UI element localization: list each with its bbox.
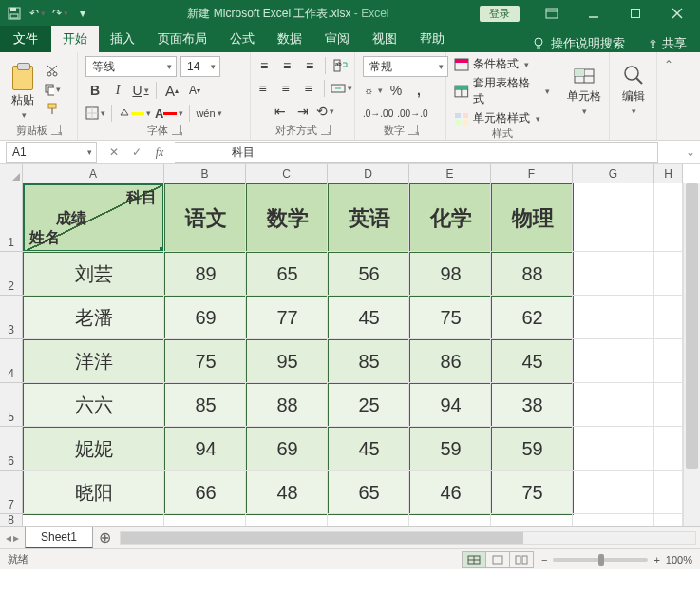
tab-layout[interactable]: 页面布局 xyxy=(146,26,218,52)
cut-icon[interactable] xyxy=(44,63,61,78)
ribbon-options-icon[interactable] xyxy=(531,0,573,27)
zoom-level[interactable]: 100% xyxy=(666,554,692,566)
dialog-launcher-icon[interactable] xyxy=(51,125,61,135)
enter-icon[interactable]: ✓ xyxy=(125,142,148,163)
align-center-icon[interactable]: ≡ xyxy=(276,79,295,98)
undo-icon[interactable]: ↶▾ xyxy=(28,5,46,22)
worksheet[interactable]: ABCDEFGH 12345678 科目成绩姓名语文数学英语化学物理刘芸8965… xyxy=(0,164,700,526)
fx-icon[interactable]: fx xyxy=(148,142,171,163)
score-cell[interactable]: 69 xyxy=(247,428,329,471)
zoom-out-button[interactable]: − xyxy=(541,554,547,566)
dialog-launcher-icon[interactable] xyxy=(408,125,418,135)
decrease-decimal-icon[interactable]: .00→.0 xyxy=(397,104,427,123)
score-cell[interactable]: 94 xyxy=(410,384,492,428)
login-button[interactable]: 登录 xyxy=(480,6,520,22)
cell-styles-button[interactable]: 单元格样式▾ xyxy=(454,110,540,126)
score-cell[interactable]: 59 xyxy=(492,428,574,471)
subject-header[interactable]: 化学 xyxy=(410,184,492,253)
row-header[interactable]: 5 xyxy=(0,383,22,427)
fill-color-button[interactable]: ▾ xyxy=(118,104,151,123)
dialog-launcher-icon[interactable] xyxy=(321,125,331,135)
score-cell[interactable]: 62 xyxy=(492,297,574,340)
align-bottom-icon[interactable]: ≡ xyxy=(300,56,319,75)
close-icon[interactable] xyxy=(656,0,698,27)
score-cell[interactable]: 85 xyxy=(329,340,410,384)
score-cell[interactable]: 75 xyxy=(410,297,492,340)
name-cell[interactable]: 洋洋 xyxy=(24,340,165,384)
tab-scroll-right-icon[interactable]: ▸ xyxy=(13,531,19,545)
score-cell[interactable]: 95 xyxy=(247,340,329,384)
conditional-format-button[interactable]: 条件格式▾ xyxy=(454,56,529,72)
subject-header[interactable]: 数学 xyxy=(247,184,329,253)
row-header[interactable]: 7 xyxy=(0,471,22,514)
tab-file[interactable]: 文件 xyxy=(0,26,51,52)
row-header[interactable]: 1 xyxy=(0,183,22,252)
score-cell[interactable]: 89 xyxy=(165,253,247,297)
row-header[interactable]: 6 xyxy=(0,427,22,471)
editing-menu[interactable]: 编辑▾ xyxy=(622,64,645,116)
save-icon[interactable] xyxy=(6,5,23,22)
underline-button[interactable]: U▾ xyxy=(131,81,150,100)
formula-input[interactable]: 科目 xyxy=(175,142,658,163)
comma-button[interactable]: , xyxy=(409,81,428,100)
format-painter-icon[interactable] xyxy=(44,101,61,116)
borders-button[interactable]: ▾ xyxy=(85,104,105,123)
score-cell[interactable]: 66 xyxy=(165,471,247,515)
share-button[interactable]: ⇪共享 xyxy=(634,35,700,52)
score-cell[interactable]: 38 xyxy=(492,384,574,428)
score-cell[interactable]: 85 xyxy=(165,384,247,428)
score-cell[interactable]: 75 xyxy=(165,340,247,384)
cancel-icon[interactable]: ✕ xyxy=(103,142,125,163)
copy-icon[interactable]: ▾ xyxy=(44,82,61,97)
tab-help[interactable]: 帮助 xyxy=(408,26,456,52)
increase-font-icon[interactable]: A▴ xyxy=(162,81,181,100)
tab-review[interactable]: 审阅 xyxy=(313,26,361,52)
italic-button[interactable]: I xyxy=(108,81,127,100)
score-cell[interactable]: 46 xyxy=(410,471,492,515)
vertical-scrollbar[interactable] xyxy=(683,183,700,526)
score-cell[interactable]: 45 xyxy=(329,297,410,340)
collapse-ribbon-icon[interactable]: ⌃ xyxy=(657,52,680,140)
row-header[interactable]: 4 xyxy=(0,339,22,383)
increase-decimal-icon[interactable]: .0→.00 xyxy=(363,104,393,123)
align-top-icon[interactable]: ≡ xyxy=(255,56,274,75)
sheet-tab[interactable]: Sheet1 xyxy=(25,527,93,548)
col-header[interactable]: F xyxy=(491,164,573,183)
subject-header[interactable]: 语文 xyxy=(165,184,247,253)
name-cell[interactable]: 六六 xyxy=(24,384,165,428)
decrease-font-icon[interactable]: A▾ xyxy=(185,81,204,100)
align-right-icon[interactable]: ≡ xyxy=(299,79,318,98)
redo-icon[interactable]: ↷▾ xyxy=(51,5,68,22)
score-cell[interactable]: 45 xyxy=(492,340,574,384)
bold-button[interactable]: B xyxy=(85,81,104,100)
score-cell[interactable]: 88 xyxy=(492,253,574,297)
header-diagonal-cell[interactable]: 科目成绩姓名 xyxy=(24,184,165,253)
tab-data[interactable]: 数据 xyxy=(266,26,313,52)
col-header[interactable]: C xyxy=(246,164,328,183)
col-header[interactable]: B xyxy=(164,164,246,183)
tab-home[interactable]: 开始 xyxy=(51,26,99,52)
score-cell[interactable]: 59 xyxy=(410,428,492,471)
tab-view[interactable]: 视图 xyxy=(361,26,408,52)
font-name-combo[interactable]: 等线▾ xyxy=(85,56,177,77)
col-header[interactable]: D xyxy=(328,164,409,183)
score-cell[interactable]: 69 xyxy=(165,297,247,340)
expand-formula-bar-icon[interactable]: ⌄ xyxy=(681,145,700,159)
phonetic-button[interactable]: wén▾ xyxy=(196,104,221,123)
cells-menu[interactable]: 单元格▾ xyxy=(567,64,601,116)
row-header[interactable]: 8 xyxy=(0,514,22,526)
align-left-icon[interactable]: ≡ xyxy=(254,79,273,98)
score-cell[interactable]: 98 xyxy=(410,253,492,297)
horizontal-scrollbar[interactable] xyxy=(120,531,696,545)
minimize-icon[interactable] xyxy=(573,0,615,27)
format-as-table-button[interactable]: 套用表格格式▾ xyxy=(454,75,550,107)
score-cell[interactable]: 65 xyxy=(329,471,410,515)
orientation-button[interactable]: ⟲▾ xyxy=(316,102,335,121)
score-cell[interactable]: 75 xyxy=(492,471,574,515)
col-header[interactable]: H xyxy=(654,164,683,183)
number-format-combo[interactable]: 常规▾ xyxy=(363,56,448,77)
score-cell[interactable]: 94 xyxy=(165,428,247,471)
align-middle-icon[interactable]: ≡ xyxy=(277,56,296,75)
percent-button[interactable]: % xyxy=(387,81,406,100)
name-cell[interactable]: 刘芸 xyxy=(24,253,165,297)
